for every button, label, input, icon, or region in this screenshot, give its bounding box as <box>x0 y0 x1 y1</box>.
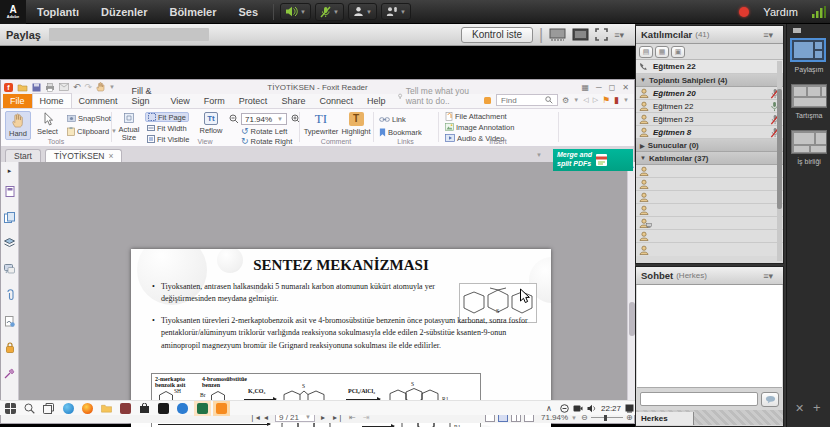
zoom-slider-thumb[interactable] <box>604 414 607 421</box>
attendees-group-header[interactable]: ▼ Katılımcılar (37) <box>636 152 783 165</box>
tab-file[interactable]: File <box>3 94 32 108</box>
select-tool-button[interactable]: Select <box>34 111 61 137</box>
participants-pod-menu-icon[interactable]: ≡▾ <box>763 30 778 40</box>
tab-home[interactable]: Home <box>32 93 72 108</box>
share-pod-menu-icon[interactable]: ≡▾ <box>614 30 629 40</box>
tab-fill-sign[interactable]: Fill & Sign <box>125 84 164 108</box>
doc-tab-list-caret[interactable]: ▼ <box>536 152 542 158</box>
participant-row[interactable] <box>636 191 783 204</box>
search-icon[interactable] <box>545 96 553 104</box>
chat-send-button[interactable] <box>761 392 779 407</box>
snapshot-button[interactable]: SnapShot <box>65 113 113 123</box>
zoom-out-icon[interactable] <box>229 114 239 124</box>
taskbar-search-icon[interactable] <box>24 403 35 414</box>
comments-panel-icon[interactable] <box>1 256 19 282</box>
chat-messages[interactable] <box>637 285 782 388</box>
presenters-group-header[interactable]: ▶ Sunucular (0) <box>636 139 783 152</box>
help-menu[interactable]: Yardım <box>763 6 798 18</box>
edge-icon[interactable] <box>63 403 74 414</box>
find-prev-icon[interactable]: ◁ <box>583 96 588 104</box>
reflow-button[interactable]: Tt Reflow <box>197 111 225 136</box>
foxit-taskbar-icon[interactable] <box>216 403 227 414</box>
image-annotation-button[interactable]: Image Annotation <box>443 122 516 132</box>
participant-row[interactable] <box>636 178 783 191</box>
restore-icon[interactable]: ◻ <box>609 83 616 92</box>
task-view-icon[interactable] <box>43 403 54 414</box>
zoom-slider-track[interactable] <box>591 417 623 418</box>
tab-form[interactable]: Form <box>197 94 232 108</box>
tab-protect[interactable]: Protect <box>232 94 275 108</box>
close-layout-icon[interactable]: ✕ <box>795 402 804 415</box>
highlight-button[interactable]: T Highlight <box>341 111 371 137</box>
chat-pod-menu-icon[interactable]: ≡▾ <box>763 271 778 281</box>
tab-view[interactable]: View <box>164 94 197 108</box>
chat-input[interactable] <box>640 392 758 406</box>
layout-thumb-collaboration[interactable] <box>791 130 827 154</box>
typewriter-button[interactable]: TI Typewriter <box>303 111 339 137</box>
bookmark-button[interactable]: Bookmark <box>377 127 424 137</box>
menu-bolmeler[interactable]: Bölmeler <box>158 6 227 18</box>
signatures-panel-icon[interactable] <box>1 308 19 334</box>
action-center-icon[interactable] <box>625 404 634 413</box>
tab-connect[interactable]: Connect <box>312 94 360 108</box>
minimize-icon[interactable]: ─ <box>596 83 602 92</box>
tray-speaker-icon[interactable] <box>587 404 597 413</box>
participant-row[interactable]: Eğitmen 23 <box>636 113 783 126</box>
store-icon[interactable] <box>139 403 150 414</box>
tab-help[interactable]: Help <box>360 94 393 108</box>
rotate-left-button[interactable]: ↺ Rotate Left <box>239 126 289 136</box>
menu-duzenler[interactable]: Düzenler <box>90 6 158 18</box>
find-next-icon[interactable]: ▷ <box>593 96 598 104</box>
attachments-panel-icon[interactable] <box>1 282 19 308</box>
participants-scrollbar[interactable] <box>777 61 782 261</box>
webcam-caret[interactable]: ▼ <box>366 9 372 15</box>
doc-tab-close-icon[interactable]: × <box>109 151 114 161</box>
draw-overlay-icon[interactable] <box>549 28 566 41</box>
participant-row[interactable] <box>636 217 783 230</box>
participant-row[interactable] <box>636 204 783 217</box>
microphone-caret[interactable]: ▼ <box>333 9 339 15</box>
find-input[interactable] <box>499 95 545 106</box>
participant-row[interactable]: Eğitmen 22 <box>636 100 783 113</box>
excel-icon[interactable] <box>197 403 208 414</box>
hosts-group-header[interactable]: ▼ Toplantı Sahipleri (4) <box>636 74 783 87</box>
security-panel-icon[interactable] <box>1 334 19 360</box>
status-view-icon[interactable]: ▤ <box>639 46 653 58</box>
fit-width-button[interactable]: Fit Width <box>145 123 189 133</box>
zoom-combo[interactable]: 71.94%▼ <box>241 113 287 125</box>
stamps-panel-icon[interactable] <box>1 360 19 386</box>
layout-panel-icon[interactable] <box>793 28 801 33</box>
tray-chevron-icon[interactable]: ∧ <box>546 404 552 413</box>
taskbar-app-icon-3[interactable] <box>177 403 188 414</box>
reading-bookmark-icon[interactable]: ▮ <box>614 95 619 105</box>
layout-thumb-sharing[interactable] <box>790 38 826 62</box>
tray-camera-icon[interactable] <box>573 404 583 413</box>
taskbar-app-icon-1[interactable] <box>120 403 131 414</box>
merge-split-banner[interactable]: Merge and split PDFs <box>553 149 633 171</box>
hand-tool-button[interactable]: Hand <box>5 111 31 140</box>
fit-page-button[interactable]: Fit Page <box>145 112 189 122</box>
skin-icon[interactable]: ▦ <box>581 83 589 92</box>
tray-printer-icon[interactable] <box>560 404 569 413</box>
help-icon[interactable]: ✕ <box>622 83 629 92</box>
start-button[interactable] <box>5 403 16 414</box>
tab-share[interactable]: Share <box>274 94 312 108</box>
participant-row[interactable]: Eğitmen 8 <box>636 126 783 139</box>
menu-toplanti[interactable]: Toplantı <box>26 6 90 18</box>
tell-me-box[interactable]: Tell me what you want to do.. <box>406 86 472 106</box>
connection-signal-icon[interactable] <box>812 6 826 18</box>
chat-tab-everyone[interactable]: Herkes <box>636 412 694 425</box>
gear-caret[interactable]: ▼ <box>573 97 579 103</box>
layout-thumb-discussion[interactable] <box>791 84 827 108</box>
participant-row[interactable] <box>636 230 783 243</box>
doc-tab-tiyotiksen[interactable]: TİYOTİKSEN × <box>45 149 123 162</box>
link-button[interactable]: Link <box>377 114 408 124</box>
menu-ses[interactable]: Ses <box>228 6 270 18</box>
webcam-button[interactable]: ▼ <box>348 3 377 20</box>
add-layout-icon[interactable]: + <box>813 400 821 415</box>
speaker-caret[interactable]: ▼ <box>300 9 306 15</box>
request-control-button[interactable]: Kontrol iste <box>461 27 533 43</box>
breakout-view-icon[interactable]: ▦ <box>655 46 669 58</box>
bell-icon[interactable]: ⚑ <box>602 95 610 105</box>
raise-hand-button[interactable]: ▼ <box>381 3 411 20</box>
